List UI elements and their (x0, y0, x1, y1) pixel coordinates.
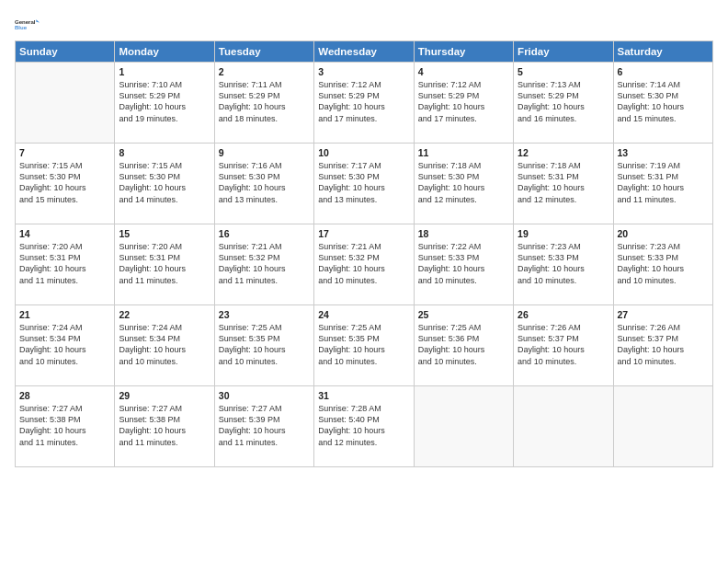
day-info: Sunrise: 7:27 AM Sunset: 5:39 PM Dayligh… (219, 403, 310, 448)
calendar-cell: 26Sunrise: 7:26 AM Sunset: 5:37 PM Dayli… (514, 305, 613, 386)
day-number: 23 (219, 308, 310, 321)
calendar-cell: 13Sunrise: 7:19 AM Sunset: 5:31 PM Dayli… (613, 144, 712, 224)
calendar-cell: 23Sunrise: 7:25 AM Sunset: 5:35 PM Dayli… (214, 305, 313, 386)
calendar-cell: 1Sunrise: 7:10 AM Sunset: 5:29 PM Daylig… (115, 63, 214, 144)
day-info: Sunrise: 7:15 AM Sunset: 5:30 PM Dayligh… (119, 160, 210, 205)
day-info: Sunrise: 7:20 AM Sunset: 5:31 PM Dayligh… (19, 241, 110, 286)
calendar-cell: 10Sunrise: 7:17 AM Sunset: 5:30 PM Dayli… (314, 144, 414, 224)
header-saturday: Saturday (613, 41, 712, 63)
day-info: Sunrise: 7:26 AM Sunset: 5:37 PM Dayligh… (518, 322, 609, 367)
header: GeneralBlue (15, 11, 713, 37)
day-number: 7 (19, 146, 110, 159)
page: GeneralBlue SundayMondayTuesdayWednesday… (0, 0, 728, 563)
day-number: 1 (119, 65, 210, 78)
week-row-4: 28Sunrise: 7:27 AM Sunset: 5:38 PM Dayli… (16, 386, 713, 467)
day-number: 5 (518, 65, 609, 78)
day-info: Sunrise: 7:18 AM Sunset: 5:30 PM Dayligh… (418, 160, 509, 205)
logo-icon: GeneralBlue (15, 11, 40, 37)
week-row-1: 7Sunrise: 7:15 AM Sunset: 5:30 PM Daylig… (16, 144, 713, 224)
calendar-cell: 4Sunrise: 7:12 AM Sunset: 5:29 PM Daylig… (414, 63, 513, 144)
calendar-cell: 17Sunrise: 7:21 AM Sunset: 5:32 PM Dayli… (314, 224, 414, 305)
day-number: 3 (318, 65, 409, 78)
day-number: 12 (518, 146, 609, 159)
day-number: 20 (618, 227, 709, 240)
day-number: 8 (119, 146, 210, 159)
day-info: Sunrise: 7:22 AM Sunset: 5:33 PM Dayligh… (418, 241, 509, 286)
header-wednesday: Wednesday (314, 41, 414, 63)
day-number: 31 (318, 389, 409, 402)
day-info: Sunrise: 7:18 AM Sunset: 5:31 PM Dayligh… (518, 160, 609, 205)
day-info: Sunrise: 7:10 AM Sunset: 5:29 PM Dayligh… (119, 79, 210, 124)
day-number: 21 (19, 308, 110, 321)
day-info: Sunrise: 7:19 AM Sunset: 5:31 PM Dayligh… (618, 160, 709, 205)
header-sunday: Sunday (16, 41, 115, 63)
day-number: 29 (119, 389, 210, 402)
day-info: Sunrise: 7:24 AM Sunset: 5:34 PM Dayligh… (19, 322, 110, 367)
day-info: Sunrise: 7:21 AM Sunset: 5:32 PM Dayligh… (219, 241, 310, 286)
day-number: 2 (219, 65, 310, 78)
week-row-3: 21Sunrise: 7:24 AM Sunset: 5:34 PM Dayli… (16, 305, 713, 386)
day-number: 17 (318, 227, 409, 240)
calendar-cell: 27Sunrise: 7:26 AM Sunset: 5:37 PM Dayli… (613, 305, 712, 386)
calendar-cell: 5Sunrise: 7:13 AM Sunset: 5:29 PM Daylig… (514, 63, 613, 144)
day-info: Sunrise: 7:25 AM Sunset: 5:35 PM Dayligh… (318, 322, 409, 367)
calendar-cell: 22Sunrise: 7:24 AM Sunset: 5:34 PM Dayli… (115, 305, 214, 386)
calendar-cell: 8Sunrise: 7:15 AM Sunset: 5:30 PM Daylig… (115, 144, 214, 224)
day-number: 27 (618, 308, 709, 321)
day-number: 10 (318, 146, 409, 159)
day-info: Sunrise: 7:16 AM Sunset: 5:30 PM Dayligh… (219, 160, 310, 205)
calendar-cell: 18Sunrise: 7:22 AM Sunset: 5:33 PM Dayli… (414, 224, 513, 305)
header-friday: Friday (514, 41, 613, 63)
calendar-cell: 9Sunrise: 7:16 AM Sunset: 5:30 PM Daylig… (214, 144, 313, 224)
calendar-cell (613, 386, 712, 467)
day-info: Sunrise: 7:17 AM Sunset: 5:30 PM Dayligh… (318, 160, 409, 205)
calendar-cell: 21Sunrise: 7:24 AM Sunset: 5:34 PM Dayli… (16, 305, 115, 386)
day-number: 13 (618, 146, 709, 159)
calendar-cell: 29Sunrise: 7:27 AM Sunset: 5:38 PM Dayli… (115, 386, 214, 467)
day-info: Sunrise: 7:26 AM Sunset: 5:37 PM Dayligh… (618, 322, 709, 367)
calendar-cell: 19Sunrise: 7:23 AM Sunset: 5:33 PM Dayli… (514, 224, 613, 305)
header-row: SundayMondayTuesdayWednesdayThursdayFrid… (16, 41, 713, 63)
calendar-table: SundayMondayTuesdayWednesdayThursdayFrid… (15, 40, 713, 467)
calendar-cell: 2Sunrise: 7:11 AM Sunset: 5:29 PM Daylig… (214, 63, 313, 144)
day-info: Sunrise: 7:23 AM Sunset: 5:33 PM Dayligh… (518, 241, 609, 286)
calendar-cell (414, 386, 513, 467)
calendar-cell: 16Sunrise: 7:21 AM Sunset: 5:32 PM Dayli… (214, 224, 313, 305)
day-number: 6 (618, 65, 709, 78)
calendar-cell: 30Sunrise: 7:27 AM Sunset: 5:39 PM Dayli… (214, 386, 313, 467)
day-number: 11 (418, 146, 509, 159)
calendar-cell: 7Sunrise: 7:15 AM Sunset: 5:30 PM Daylig… (16, 144, 115, 224)
calendar-cell (514, 386, 613, 467)
calendar-cell: 12Sunrise: 7:18 AM Sunset: 5:31 PM Dayli… (514, 144, 613, 224)
calendar-cell: 6Sunrise: 7:14 AM Sunset: 5:30 PM Daylig… (613, 63, 712, 144)
day-number: 9 (219, 146, 310, 159)
day-info: Sunrise: 7:25 AM Sunset: 5:35 PM Dayligh… (219, 322, 310, 367)
day-info: Sunrise: 7:21 AM Sunset: 5:32 PM Dayligh… (318, 241, 409, 286)
calendar-cell: 20Sunrise: 7:23 AM Sunset: 5:33 PM Dayli… (613, 224, 712, 305)
day-info: Sunrise: 7:25 AM Sunset: 5:36 PM Dayligh… (418, 322, 509, 367)
calendar-cell: 28Sunrise: 7:27 AM Sunset: 5:38 PM Dayli… (16, 386, 115, 467)
header-monday: Monday (115, 41, 214, 63)
day-number: 4 (418, 65, 509, 78)
day-number: 14 (19, 227, 110, 240)
day-info: Sunrise: 7:15 AM Sunset: 5:30 PM Dayligh… (19, 160, 110, 205)
day-number: 19 (518, 227, 609, 240)
header-tuesday: Tuesday (214, 41, 313, 63)
day-number: 24 (318, 308, 409, 321)
logo: GeneralBlue (15, 11, 40, 37)
day-info: Sunrise: 7:11 AM Sunset: 5:29 PM Dayligh… (219, 79, 310, 124)
svg-text:Blue: Blue (15, 25, 28, 30)
day-number: 26 (518, 308, 609, 321)
day-info: Sunrise: 7:20 AM Sunset: 5:31 PM Dayligh… (119, 241, 210, 286)
week-row-0: 1Sunrise: 7:10 AM Sunset: 5:29 PM Daylig… (16, 63, 713, 144)
week-row-2: 14Sunrise: 7:20 AM Sunset: 5:31 PM Dayli… (16, 224, 713, 305)
svg-marker-1 (36, 19, 40, 22)
day-info: Sunrise: 7:24 AM Sunset: 5:34 PM Dayligh… (119, 322, 210, 367)
day-number: 16 (219, 227, 310, 240)
day-info: Sunrise: 7:13 AM Sunset: 5:29 PM Dayligh… (518, 79, 609, 124)
day-info: Sunrise: 7:12 AM Sunset: 5:29 PM Dayligh… (418, 79, 509, 124)
day-info: Sunrise: 7:27 AM Sunset: 5:38 PM Dayligh… (119, 403, 210, 448)
calendar-cell (16, 63, 115, 144)
calendar-cell: 15Sunrise: 7:20 AM Sunset: 5:31 PM Dayli… (115, 224, 214, 305)
calendar-cell: 14Sunrise: 7:20 AM Sunset: 5:31 PM Dayli… (16, 224, 115, 305)
